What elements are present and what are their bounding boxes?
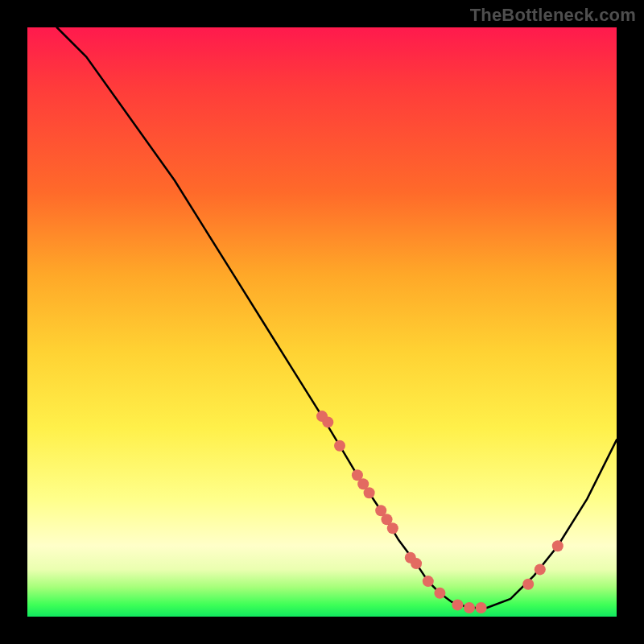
sample-point xyxy=(552,540,564,551)
sample-point xyxy=(434,588,445,599)
sample-points-group xyxy=(316,411,564,613)
sample-point xyxy=(334,440,345,452)
sample-point xyxy=(522,579,534,590)
sample-point xyxy=(452,599,463,610)
chart-frame: TheBottleneck.com xyxy=(0,0,644,644)
sample-point xyxy=(535,564,546,575)
sample-point xyxy=(423,576,434,587)
plot-area xyxy=(27,27,617,617)
sample-point xyxy=(322,416,333,427)
watermark-text: TheBottleneck.com xyxy=(470,5,636,26)
chart-svg xyxy=(27,27,617,617)
sample-point xyxy=(364,487,375,498)
sample-point xyxy=(411,558,422,569)
sample-point xyxy=(387,522,398,534)
bottleneck-curve-path xyxy=(57,27,617,608)
sample-point xyxy=(464,602,475,613)
sample-point xyxy=(476,602,487,613)
